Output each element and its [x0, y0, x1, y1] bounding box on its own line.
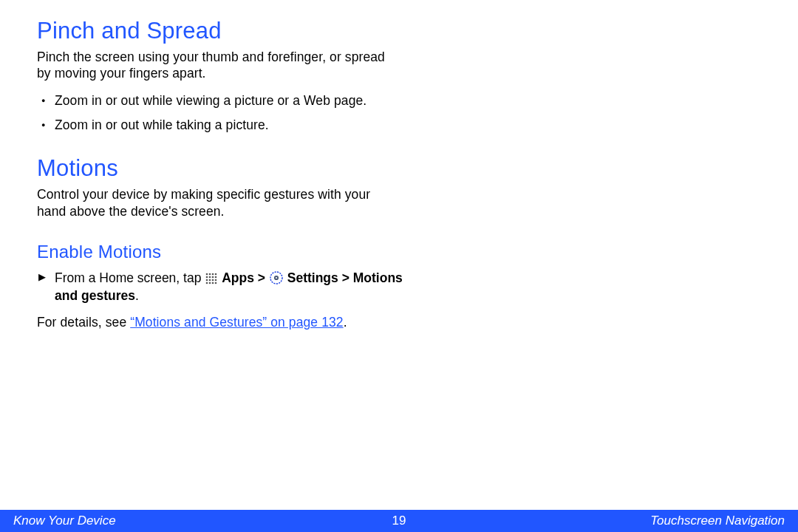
step-prefix: From a Home screen, tap [55, 270, 205, 285]
section-enable-motions: Enable Motions From a Home screen, tap A… [37, 242, 761, 330]
motions-intro-text: Control your device by making specific g… [37, 186, 399, 219]
svg-point-6 [212, 276, 214, 279]
enable-motions-step: From a Home screen, tap Apps > [37, 270, 417, 304]
svg-point-7 [215, 276, 217, 279]
step-period: . [135, 288, 139, 303]
pinch-bullet-list: Zoom in or out while viewing a picture o… [37, 92, 384, 134]
svg-point-18 [276, 277, 277, 279]
footer-right: Touchscreen Navigation [650, 514, 785, 528]
settings-gear-icon [270, 271, 283, 284]
details-line: For details, see “Motions and Gestures” … [37, 315, 421, 330]
footer-left: Know Your Device [13, 514, 116, 528]
details-prefix: For details, see [37, 315, 130, 330]
pinch-intro-text: Pinch the screen using your thumb and fo… [37, 49, 399, 82]
motions-gestures-link[interactable]: “Motions and Gestures” on page 132 [130, 315, 343, 330]
apps-label: Apps [222, 270, 254, 285]
section-motions: Motions Control your device by making sp… [37, 155, 761, 219]
pinch-bullet-2: Zoom in or out while taking a picture. [37, 117, 384, 134]
svg-point-8 [206, 279, 208, 282]
details-period: . [344, 315, 347, 330]
svg-point-2 [212, 273, 214, 276]
separator-1: > [258, 270, 269, 285]
pinch-bullet-1: Zoom in or out while viewing a picture o… [37, 92, 384, 109]
page-footer: Know Your Device 19 Touchscreen Navigati… [0, 510, 798, 532]
svg-point-5 [209, 276, 211, 279]
svg-point-13 [209, 282, 211, 284]
svg-point-14 [212, 282, 214, 284]
heading-enable-motions: Enable Motions [37, 242, 761, 262]
svg-point-15 [215, 282, 217, 284]
footer-page-number: 19 [392, 514, 406, 528]
svg-point-4 [206, 276, 208, 279]
svg-point-1 [209, 273, 211, 276]
svg-point-9 [209, 279, 211, 282]
svg-point-11 [215, 279, 217, 282]
heading-motions: Motions [37, 155, 761, 182]
svg-point-3 [215, 273, 217, 276]
svg-point-0 [206, 273, 208, 276]
section-pinch-and-spread: Pinch and Spread Pinch the screen using … [37, 18, 761, 133]
page: Pinch and Spread Pinch the screen using … [0, 0, 798, 532]
settings-label: Settings [287, 270, 338, 285]
apps-grid-icon [205, 273, 217, 284]
svg-point-12 [206, 282, 208, 284]
svg-point-10 [212, 279, 214, 282]
heading-pinch-and-spread: Pinch and Spread [37, 18, 761, 44]
separator-2: > [342, 270, 353, 285]
